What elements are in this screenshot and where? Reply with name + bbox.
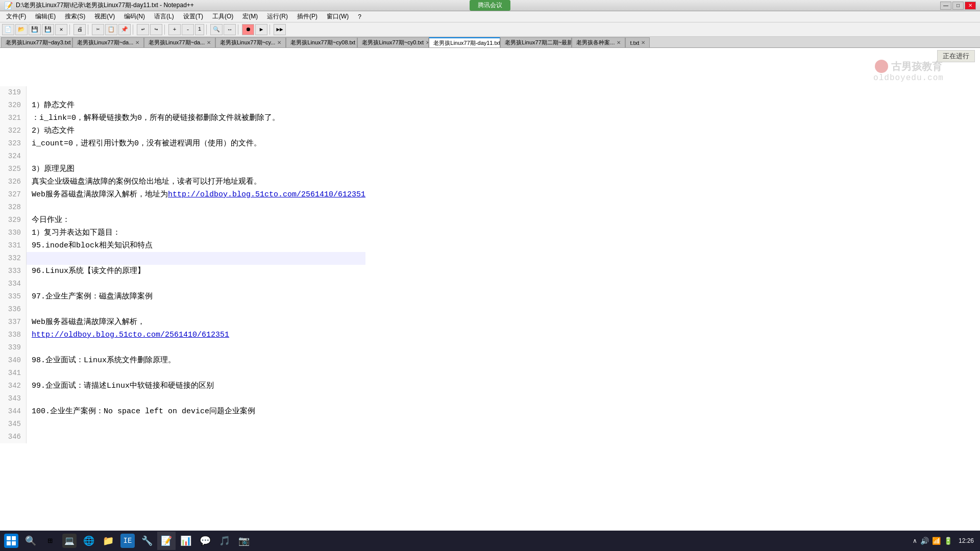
code-area[interactable]: 3193201）静态文件321：i_link=0，解释硬链接数为0，所有的硬链接…: [0, 48, 365, 540]
undo-btn[interactable]: ↩: [137, 24, 149, 35]
line-325[interactable]: 3253）原理见图: [0, 163, 365, 176]
line-322[interactable]: 3222）动态文件: [0, 124, 365, 137]
line-335[interactable]: 33597.企业生产案例：磁盘满故障案例: [0, 290, 365, 303]
menu-search[interactable]: 搜索(S): [61, 11, 89, 22]
line-329[interactable]: 329今日作业：: [0, 214, 365, 227]
copy-btn[interactable]: 📋: [105, 24, 117, 35]
tray-wifi-icon[interactable]: 🔋: [944, 537, 952, 545]
menu-plugins[interactable]: 插件(P): [293, 11, 322, 22]
tab-cy0[interactable]: 老男孩Linux77期~cy0.txt ✕: [357, 37, 429, 47]
menu-tools[interactable]: 工具(O): [208, 11, 237, 22]
redo-btn[interactable]: ↪: [150, 24, 162, 35]
start-button[interactable]: [2, 532, 20, 550]
paste-btn[interactable]: 📌: [118, 24, 131, 35]
line-326[interactable]: 326真实企业级磁盘满故障的案例仅给出地址，读者可以打开地址观看。: [0, 176, 365, 188]
macro-play-btn[interactable]: ▶: [255, 24, 267, 35]
tab-close-icon[interactable]: ✕: [617, 40, 621, 45]
tab-cases[interactable]: 老男孩各种案... ✕: [572, 37, 625, 47]
menu-window[interactable]: 窗口(W): [323, 11, 353, 22]
line-346[interactable]: 346: [0, 431, 365, 443]
new-btn[interactable]: 📄: [2, 24, 14, 35]
tab-day8[interactable]: 老男孩Linux77期~cy... ✕: [215, 37, 286, 47]
clock[interactable]: 12:26: [954, 537, 978, 545]
line-339[interactable]: 339: [0, 341, 365, 354]
taskbar-app7[interactable]: 📊: [177, 532, 195, 550]
hyperlink[interactable]: http://oldboy.blog.51cto.com/2561410/612…: [32, 331, 229, 339]
menu-edit[interactable]: 编辑(E): [31, 11, 60, 22]
tab-close-icon[interactable]: ✕: [207, 40, 211, 45]
line-341[interactable]: 341: [0, 367, 365, 380]
line-324[interactable]: 324: [0, 150, 365, 163]
tab-close-icon[interactable]: ✕: [135, 40, 139, 45]
cut-btn[interactable]: ✂: [92, 24, 104, 35]
menu-run[interactable]: 运行(R): [263, 11, 292, 22]
taskbar-app9[interactable]: 🎵: [215, 532, 234, 550]
line-332[interactable]: 332: [0, 252, 365, 265]
find-btn[interactable]: 🔍: [210, 24, 223, 35]
line-328[interactable]: 328: [0, 201, 365, 214]
taskbar-app3[interactable]: 📁: [99, 532, 117, 550]
zoom-in-btn[interactable]: +: [168, 24, 181, 35]
live-badge[interactable]: 正在进行: [937, 50, 975, 62]
line-345[interactable]: 345: [0, 418, 365, 431]
taskbar-app8[interactable]: 💬: [196, 532, 214, 550]
search-taskbar-button[interactable]: 🔍: [21, 532, 40, 550]
tab-close-icon[interactable]: ✕: [641, 40, 645, 45]
line-331[interactable]: 33195.inode和block相关知识和特点: [0, 239, 365, 252]
line-321[interactable]: 321：i_link=0，解释硬链接数为0，所有的硬链接都删除文件就被删除了。: [0, 112, 365, 124]
menu-macro[interactable]: 宏(M): [238, 11, 262, 22]
taskbar-app5[interactable]: 🔧: [138, 532, 156, 550]
hyperlink[interactable]: http://oldboy.blog.51cto.com/2561410/612…: [168, 190, 365, 199]
line-343[interactable]: 343: [0, 392, 365, 405]
line-344[interactable]: 344100.企业生产案例：No space left on device问题企…: [0, 405, 365, 418]
taskbar-app4[interactable]: IE: [118, 532, 137, 550]
menu-help[interactable]: ?: [354, 12, 365, 21]
zoom-out-btn[interactable]: -: [182, 24, 194, 35]
taskbar-notepad[interactable]: 📝: [157, 532, 176, 550]
maximize-button[interactable]: □: [952, 2, 964, 10]
save-btn[interactable]: 💾: [29, 24, 41, 35]
line-342[interactable]: 34299.企业面试：请描述Linux中软链接和硬链接的区别: [0, 380, 365, 392]
menu-encoding[interactable]: 编码(N): [120, 11, 149, 22]
line-323[interactable]: 323i_count=0，进程引用计数为0，没有被进程调用（使用）的文件。: [0, 137, 365, 150]
menu-file[interactable]: 文件(F): [2, 11, 30, 22]
tab-day4[interactable]: 老男孩Linux77期~da... ✕: [72, 37, 144, 47]
run-btn[interactable]: ▶▶: [274, 24, 286, 35]
line-330[interactable]: 3301）复习并表达如下题目：: [0, 227, 365, 239]
line-336[interactable]: 336: [0, 303, 365, 316]
close-button[interactable]: ✕: [965, 2, 976, 10]
taskbar-app2[interactable]: 🌐: [80, 532, 98, 550]
line-337[interactable]: 337Web服务器磁盘满故障深入解析，: [0, 316, 365, 329]
taskbar-app1[interactable]: 💻: [60, 532, 79, 550]
tray-up-icon[interactable]: ∧: [913, 537, 917, 544]
save-all-btn[interactable]: 💾: [42, 24, 54, 35]
replace-btn[interactable]: ↔: [224, 24, 236, 35]
tab-cy08[interactable]: 老男孩Linux77期~cy08.txt ✕: [286, 37, 357, 47]
line-319[interactable]: 319: [0, 86, 365, 99]
tray-volume-icon[interactable]: 📶: [932, 537, 941, 545]
line-327[interactable]: 327Web服务器磁盘满故障深入解析，地址为http://oldboy.blog…: [0, 188, 365, 201]
tab-day3[interactable]: 老男孩Linux77期~day3.txt ✕: [1, 37, 72, 47]
tray-net-icon[interactable]: 🔊: [920, 537, 929, 545]
menu-view[interactable]: 视图(V): [90, 11, 119, 22]
tencent-meeting-btn[interactable]: 腾讯会议: [470, 0, 510, 11]
tab-t[interactable]: t.txt ✕: [625, 37, 650, 47]
line-334[interactable]: 334: [0, 278, 365, 290]
close-btn[interactable]: ✕: [55, 24, 67, 35]
line-340[interactable]: 34098.企业面试：Linux系统文件删除原理。: [0, 354, 365, 367]
taskbar-app10[interactable]: 📷: [235, 532, 253, 550]
line-333[interactable]: 33396.Linux系统【读文件的原理】: [0, 265, 365, 278]
tab-day11[interactable]: 老男孩Linux77期-day11.txt ✕: [429, 37, 500, 47]
line-338[interactable]: 338http://oldboy.blog.51cto.com/2561410/…: [0, 329, 365, 341]
print-btn[interactable]: 🖨: [74, 24, 86, 35]
line-320[interactable]: 3201）静态文件: [0, 99, 365, 112]
tab-close-icon[interactable]: ✕: [277, 40, 281, 45]
open-btn[interactable]: 📂: [15, 24, 28, 35]
macro-rec-btn[interactable]: ⏺: [242, 24, 254, 35]
1-btn[interactable]: 1: [195, 24, 204, 35]
tab-notes[interactable]: 老男孩Linux77期二期~最新... ✕: [500, 37, 572, 47]
menu-settings[interactable]: 设置(T): [179, 11, 207, 22]
tab-day6[interactable]: 老男孩Linux77期~da... ✕: [144, 37, 215, 47]
taskview-button[interactable]: ⊞: [41, 532, 59, 550]
minimize-button[interactable]: —: [940, 2, 951, 10]
